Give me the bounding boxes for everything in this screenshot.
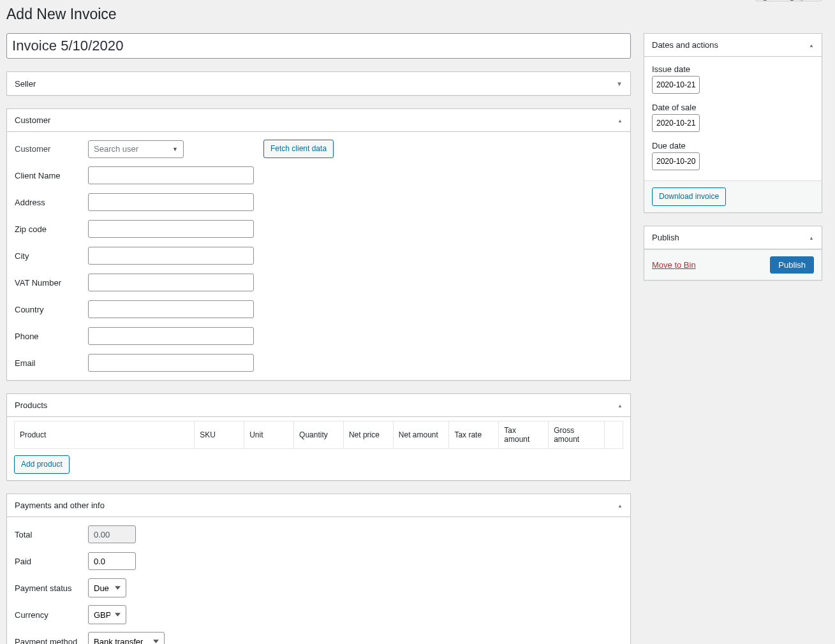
dates-panel-title: Dates and actions — [652, 40, 718, 50]
col-tax-amount: Tax amount — [499, 421, 549, 449]
products-toggle[interactable] — [617, 402, 623, 409]
payment-method-select[interactable]: Bank transfer — [88, 632, 165, 644]
products-panel: Products Product SKU Unit Quantity Net p… — [6, 393, 631, 481]
sale-date-input[interactable] — [652, 114, 700, 132]
due-date-input[interactable] — [652, 152, 700, 170]
customer-label: Customer — [15, 144, 88, 154]
col-tax-rate: Tax rate — [449, 421, 499, 449]
total-label: Total — [15, 530, 88, 539]
phone-label: Phone — [15, 332, 88, 341]
col-unit: Unit — [244, 421, 294, 449]
page-title: Add New Invoice — [6, 0, 822, 26]
col-net-amount: Net amount — [393, 421, 449, 449]
dates-toggle[interactable] — [809, 41, 814, 48]
client-name-input[interactable] — [88, 166, 254, 184]
address-label: Address — [15, 198, 88, 207]
email-label: Email — [15, 358, 88, 368]
paid-input[interactable] — [88, 552, 136, 570]
screen-options-button[interactable]: Screen Options — [755, 0, 822, 1]
total-input — [88, 525, 136, 543]
col-quantity: Quantity — [294, 421, 344, 449]
publish-toggle[interactable] — [809, 234, 814, 241]
paid-label: Paid — [15, 557, 88, 566]
address-input[interactable] — [88, 193, 254, 211]
due-date-label: Due date — [652, 141, 814, 150]
payment-method-label: Payment method — [15, 637, 88, 644]
zip-code-label: Zip code — [15, 224, 88, 234]
country-input[interactable] — [88, 300, 254, 318]
country-label: Country — [15, 305, 88, 314]
phone-input[interactable] — [88, 327, 254, 345]
client-name-label: Client Name — [15, 171, 88, 180]
dates-panel: Dates and actions Issue date Date of sal… — [644, 33, 822, 213]
search-user-placeholder: Search user — [94, 144, 138, 154]
sale-date-label: Date of sale — [652, 103, 814, 112]
download-invoice-button[interactable]: Download invoice — [652, 187, 726, 206]
customer-panel: Customer Customer Search user ▼ F — [6, 108, 631, 381]
move-to-bin-link[interactable]: Move to Bin — [652, 260, 696, 270]
customer-toggle[interactable] — [617, 117, 623, 124]
col-product: Product — [15, 421, 195, 449]
customer-panel-title: Customer — [15, 115, 50, 125]
currency-label: Currency — [15, 610, 88, 620]
vat-number-input[interactable] — [88, 274, 254, 291]
publish-panel-title: Publish — [652, 233, 679, 242]
issue-date-input[interactable] — [652, 76, 700, 94]
zip-code-input[interactable] — [88, 220, 254, 238]
products-table: Product SKU Unit Quantity Net price Net … — [14, 421, 623, 449]
city-label: City — [15, 251, 88, 261]
vat-number-label: VAT Number — [15, 278, 88, 288]
col-actions — [604, 421, 623, 449]
payment-status-select[interactable]: Due — [88, 578, 126, 597]
col-net-price: Net price — [343, 421, 393, 449]
add-product-button[interactable]: Add product — [14, 455, 70, 474]
payments-panel: Payments and other info Total Paid Payme… — [6, 494, 631, 644]
seller-panel: Seller ▼ — [6, 71, 631, 96]
payments-panel-title: Payments and other info — [15, 501, 105, 510]
seller-panel-title: Seller — [15, 79, 36, 89]
payments-toggle[interactable] — [617, 502, 623, 509]
seller-toggle[interactable]: ▼ — [616, 80, 623, 87]
city-input[interactable] — [88, 247, 254, 265]
publish-button[interactable]: Publish — [770, 256, 814, 274]
products-panel-title: Products — [15, 400, 47, 410]
payment-status-label: Payment status — [15, 583, 88, 593]
issue-date-label: Issue date — [652, 64, 814, 74]
col-gross-amount: Gross amount — [549, 421, 605, 449]
chevron-down-icon: ▼ — [172, 146, 178, 152]
search-user-select[interactable]: Search user ▼ — [88, 140, 184, 158]
email-input[interactable] — [88, 354, 254, 372]
col-sku: SKU — [195, 421, 244, 449]
invoice-title-input[interactable] — [6, 33, 631, 59]
fetch-client-data-button[interactable]: Fetch client data — [263, 140, 334, 158]
publish-panel: Publish Move to Bin Publish — [644, 226, 822, 281]
currency-select[interactable]: GBP — [88, 605, 126, 624]
